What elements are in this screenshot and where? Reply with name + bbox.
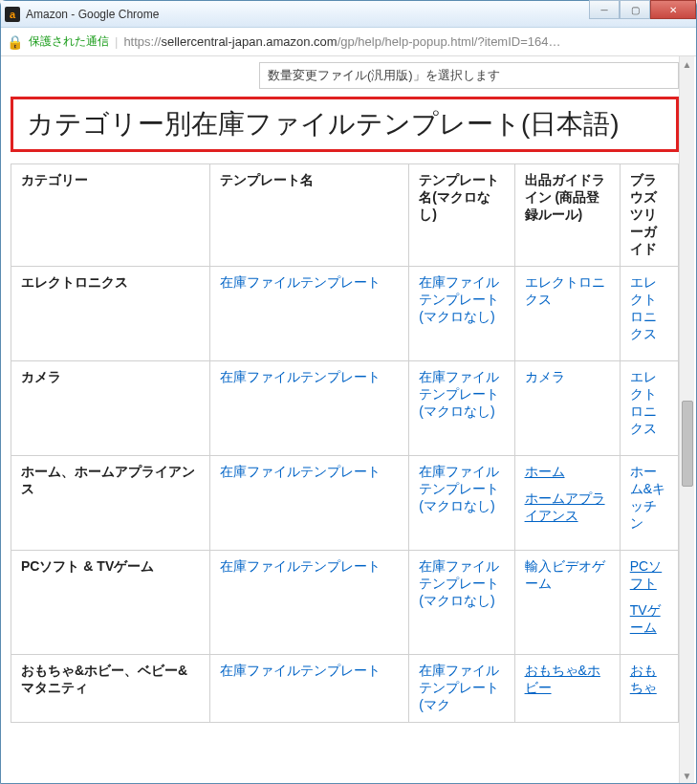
guideline-link[interactable]: ホームアプライアンス — [525, 490, 610, 525]
guideline-link[interactable]: エレクトロニクス — [525, 274, 610, 309]
template-nomacro-cell: 在庫ファイルテンプレート(マクロなし) — [409, 456, 514, 551]
header-category: カテゴリー — [11, 164, 210, 267]
table-row: PCソフト & TVゲーム在庫ファイルテンプレート在庫ファイルテンプレート(マク… — [11, 551, 679, 655]
guideline-cell: ホームホームアプライアンス — [514, 456, 620, 551]
titlebar: a Amazon - Google Chrome ─ ▢ ✕ — [1, 1, 696, 28]
scroll-thumb[interactable] — [682, 401, 693, 487]
scroll-up-icon[interactable]: ▲ — [680, 56, 694, 72]
header-browse: ブラウズツリーガイド — [620, 164, 678, 267]
scrollbar[interactable]: ▲ ▼ — [679, 56, 694, 783]
template-cell: 在庫ファイルテンプレート — [210, 267, 409, 361]
window-controls: ─ ▢ ✕ — [589, 0, 696, 19]
template-nomacro-link[interactable]: 在庫ファイルテンプレート(マク — [419, 663, 499, 712]
page-title: カテゴリー別在庫ファイルテンプレート(日本語) — [11, 97, 679, 152]
header-template: テンプレート名 — [210, 164, 409, 267]
template-cell: 在庫ファイルテンプレート — [210, 655, 409, 723]
guideline-cell: おもちゃ&ホビー — [514, 655, 620, 723]
category-cell: カメラ — [11, 361, 210, 456]
header-template-nomacro: テンプレート名(マクロなし) — [409, 164, 514, 267]
template-nomacro-cell: 在庫ファイルテンプレート(マクロなし) — [409, 361, 514, 456]
browse-link[interactable]: エレクトロニクス — [630, 369, 668, 438]
guideline-link[interactable]: カメラ — [525, 369, 565, 386]
browse-link[interactable]: エレクトロニクス — [630, 274, 668, 343]
template-nomacro-cell: 在庫ファイルテンプレート(マクロなし) — [409, 267, 514, 361]
guideline-link[interactable]: おもちゃ&ホビー — [525, 663, 610, 697]
browse-cell: おもちゃ — [620, 655, 678, 723]
template-nomacro-link[interactable]: 在庫ファイルテンプレート(マクロなし) — [419, 369, 499, 419]
window-title: Amazon - Google Chrome — [26, 8, 159, 21]
category-cell: エレクトロニクス — [11, 267, 210, 361]
browse-link[interactable]: ホーム&キッチン — [630, 464, 668, 533]
table-row: カメラ在庫ファイルテンプレート在庫ファイルテンプレート(マクロなし)カメラエレク… — [11, 361, 679, 456]
guideline-link[interactable]: ホーム — [525, 464, 565, 481]
browse-link[interactable]: PCソフト — [630, 558, 668, 593]
header-guideline: 出品ガイドライン (商品登録ルール) — [514, 164, 620, 267]
template-nomacro-cell: 在庫ファイルテンプレート(マク — [409, 655, 514, 723]
secure-label: 保護された通信 — [29, 33, 109, 50]
table-row: エレクトロニクス在庫ファイルテンプレート在庫ファイルテンプレート(マクロなし)エ… — [11, 267, 679, 361]
category-cell: ホーム、ホームアプライアンス — [11, 456, 210, 551]
browse-cell: PCソフトTVゲーム — [620, 551, 678, 655]
guideline-link[interactable]: 輸入ビデオゲーム — [525, 558, 610, 593]
browse-cell: エレクトロニクス — [620, 267, 678, 361]
template-nomacro-link[interactable]: 在庫ファイルテンプレート(マクロなし) — [419, 558, 499, 608]
guideline-cell: カメラ — [514, 361, 620, 456]
browser-window: a Amazon - Google Chrome ─ ▢ ✕ 🔒 保護された通信… — [0, 0, 697, 784]
table-header-row: カテゴリー テンプレート名 テンプレート名(マクロなし) 出品ガイドライン (商… — [11, 164, 679, 267]
template-link[interactable]: 在庫ファイルテンプレート — [220, 663, 381, 678]
table-row: おもちゃ&ホビー、ベビー&マタニティ在庫ファイルテンプレート在庫ファイルテンプレ… — [11, 655, 679, 723]
scroll-down-icon[interactable]: ▼ — [680, 768, 694, 783]
minimize-button[interactable]: ─ — [589, 0, 620, 19]
browse-cell: ホーム&キッチン — [620, 456, 678, 551]
amazon-favicon-icon: a — [5, 7, 20, 22]
close-button[interactable]: ✕ — [650, 0, 696, 19]
template-table: カテゴリー テンプレート名 テンプレート名(マクロなし) 出品ガイドライン (商… — [11, 163, 679, 723]
template-link[interactable]: 在庫ファイルテンプレート — [220, 558, 381, 574]
category-cell: おもちゃ&ホビー、ベビー&マタニティ — [11, 655, 210, 723]
browse-cell: エレクトロニクス — [620, 361, 678, 456]
content-area: 数量変更ファイル(汎用版)」を選択します カテゴリー別在庫ファイルテンプレート(… — [1, 56, 696, 783]
url-scheme: https:// — [123, 34, 161, 49]
template-link[interactable]: 在庫ファイルテンプレート — [220, 369, 381, 384]
url-path: /gp/help/help-popup.html/?itemID=164… — [338, 34, 561, 49]
template-nomacro-cell: 在庫ファイルテンプレート(マクロなし) — [409, 551, 514, 655]
partial-top-text: 数量変更ファイル(汎用版)」を選択します — [259, 62, 679, 89]
maximize-button[interactable]: ▢ — [620, 0, 650, 19]
template-link[interactable]: 在庫ファイルテンプレート — [220, 464, 381, 479]
template-cell: 在庫ファイルテンプレート — [210, 456, 409, 551]
browse-link[interactable]: おもちゃ — [630, 663, 668, 697]
template-link[interactable]: 在庫ファイルテンプレート — [220, 274, 381, 290]
guideline-cell: エレクトロニクス — [514, 267, 620, 361]
template-nomacro-link[interactable]: 在庫ファイルテンプレート(マクロなし) — [419, 464, 499, 513]
table-row: ホーム、ホームアプライアンス在庫ファイルテンプレート在庫ファイルテンプレート(マ… — [11, 456, 679, 551]
template-nomacro-link[interactable]: 在庫ファイルテンプレート(マクロなし) — [419, 274, 499, 324]
url-text: https://sellercentral-japan.amazon.com/g… — [123, 34, 560, 49]
template-cell: 在庫ファイルテンプレート — [210, 361, 409, 456]
address-bar[interactable]: 🔒 保護された通信 | https://sellercentral-japan.… — [1, 28, 696, 56]
page-content: 数量変更ファイル(汎用版)」を選択します カテゴリー別在庫ファイルテンプレート(… — [1, 56, 696, 729]
guideline-cell: 輸入ビデオゲーム — [514, 551, 620, 655]
divider: | — [115, 34, 118, 49]
browse-link[interactable]: TVゲーム — [630, 602, 668, 637]
template-cell: 在庫ファイルテンプレート — [210, 551, 409, 655]
lock-icon: 🔒 — [7, 34, 23, 50]
url-host: sellercentral-japan.amazon.com — [161, 34, 337, 49]
category-cell: PCソフト & TVゲーム — [11, 551, 210, 655]
